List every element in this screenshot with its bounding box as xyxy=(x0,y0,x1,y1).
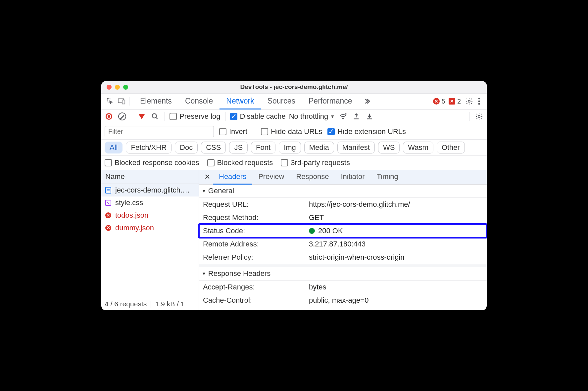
preserve-log-checkbox[interactable]: Preserve log xyxy=(170,112,220,121)
disclosure-triangle-icon: ▼ xyxy=(202,271,206,276)
main-split: Name jec-cors-demo.glitch.… style.css ✕ … xyxy=(101,170,487,310)
request-row[interactable]: style.css xyxy=(101,196,199,209)
titlebar: DevTools - jec-cors-demo.glitch.me/ xyxy=(101,81,487,94)
general-row: Request Method: GET xyxy=(199,211,487,224)
tab-elements[interactable]: Elements xyxy=(133,93,178,109)
svg-point-5 xyxy=(478,101,480,102)
hide-extension-urls-checkbox[interactable]: ✓Hide extension URLs xyxy=(327,127,406,136)
network-settings-icon[interactable] xyxy=(474,111,484,121)
network-conditions-icon[interactable] xyxy=(338,111,348,121)
issue-badge[interactable]: ✕ 2 xyxy=(449,98,461,105)
request-row[interactable]: ✕ dummy.json xyxy=(101,222,199,234)
network-toolbar: Preserve log ✓Disable cache No throttlin… xyxy=(101,109,487,124)
general-row: Remote Address: 3.217.87.180:443 xyxy=(199,238,487,251)
details-tab-initiator[interactable]: Initiator xyxy=(335,169,370,185)
name-column-header[interactable]: Name xyxy=(101,170,199,184)
error-icon: ✕ xyxy=(105,224,112,232)
status-bar: 4 / 6 requests | 1.9 kB / 1 xyxy=(101,298,199,310)
chip-media[interactable]: Media xyxy=(304,142,334,153)
chip-all[interactable]: All xyxy=(105,142,122,153)
chip-ws[interactable]: WS xyxy=(378,142,400,153)
general-row: Referrer Policy: strict-origin-when-cros… xyxy=(199,251,487,264)
svg-rect-2 xyxy=(122,100,125,104)
filter-input[interactable] xyxy=(105,126,214,137)
separator xyxy=(129,97,129,106)
request-list: jec-cors-demo.glitch.… style.css ✕ todos… xyxy=(101,184,199,298)
issue-icon: ✕ xyxy=(449,98,455,105)
search-icon[interactable] xyxy=(150,111,160,121)
request-name: todos.json xyxy=(115,211,148,220)
details-tab-headers[interactable]: Headers xyxy=(213,169,252,185)
svg-point-9 xyxy=(478,115,480,117)
chip-js[interactable]: JS xyxy=(229,142,248,153)
blocked-cookies-checkbox[interactable]: Blocked response cookies xyxy=(105,158,199,167)
devtools-window: DevTools - jec-cors-demo.glitch.me/ Elem… xyxy=(101,81,487,310)
chip-manifest[interactable]: Manifest xyxy=(337,142,375,153)
type-filter-chips: All Fetch/XHR Doc CSS JS Font Img Media … xyxy=(101,140,487,156)
details-tab-response[interactable]: Response xyxy=(290,169,335,185)
chip-css[interactable]: CSS xyxy=(201,142,226,153)
tab-console[interactable]: Console xyxy=(178,93,220,109)
chip-fetch-xhr[interactable]: Fetch/XHR xyxy=(126,142,172,153)
filter-row: Invert Hide data URLs ✓Hide extension UR… xyxy=(101,124,487,140)
chip-doc[interactable]: Doc xyxy=(175,142,198,153)
clear-icon[interactable] xyxy=(117,111,127,121)
request-name: jec-cors-demo.glitch.… xyxy=(115,186,190,195)
chip-other[interactable]: Other xyxy=(437,142,465,153)
window-title: DevTools - jec-cors-demo.glitch.me/ xyxy=(101,83,487,91)
details-tab-timing[interactable]: Timing xyxy=(371,169,404,185)
record-icon[interactable] xyxy=(104,111,114,121)
request-details-panel: ✕ Headers Preview Response Initiator Tim… xyxy=(199,170,487,310)
disclosure-triangle-icon: ▼ xyxy=(202,188,206,194)
response-header-row: Cache-Control: public, max-age=0 xyxy=(199,294,487,307)
status-code-row: Status Code: 200 OK xyxy=(199,224,487,238)
more-tabs-chevron-icon[interactable] xyxy=(361,95,373,107)
request-count-status: 4 / 6 requests xyxy=(105,300,147,308)
chip-img[interactable]: Img xyxy=(279,142,301,153)
svg-point-8 xyxy=(343,118,344,119)
caret-down-icon: ▼ xyxy=(330,114,335,119)
status-ok-icon xyxy=(309,228,315,234)
response-header-row: Accept-Ranges: bytes xyxy=(199,281,487,294)
details-tab-preview[interactable]: Preview xyxy=(252,169,290,185)
extra-filters-row: Blocked response cookies Blocked request… xyxy=(101,156,487,170)
third-party-checkbox[interactable]: 3rd-party requests xyxy=(281,158,350,167)
request-name: dummy.json xyxy=(115,224,154,232)
kebab-menu-icon[interactable] xyxy=(474,98,484,105)
settings-icon[interactable] xyxy=(464,97,474,105)
tab-sources[interactable]: Sources xyxy=(261,93,302,109)
invert-checkbox[interactable]: Invert xyxy=(219,127,247,136)
main-tabs-row: Elements Console Network Sources Perform… xyxy=(101,94,487,109)
svg-point-7 xyxy=(152,114,157,118)
issue-count: 2 xyxy=(457,98,461,105)
response-headers-section-header[interactable]: ▼ Response Headers xyxy=(199,267,487,281)
throttling-dropdown[interactable]: No throttling ▼ xyxy=(289,112,335,121)
blocked-requests-checkbox[interactable]: Blocked requests xyxy=(207,158,273,167)
tab-network[interactable]: Network xyxy=(220,93,261,109)
request-row[interactable]: ✕ todos.json xyxy=(101,209,199,222)
svg-point-4 xyxy=(478,98,480,100)
document-icon xyxy=(105,187,112,194)
svg-point-6 xyxy=(478,103,480,105)
general-row: Request URL: https://jec-cors-demo.glitc… xyxy=(199,198,487,211)
request-row[interactable]: jec-cors-demo.glitch.… xyxy=(101,184,199,196)
chip-wasm[interactable]: Wasm xyxy=(403,142,433,153)
request-name: style.css xyxy=(115,198,143,207)
chip-font[interactable]: Font xyxy=(251,142,275,153)
import-har-icon[interactable] xyxy=(351,111,361,121)
tab-performance[interactable]: Performance xyxy=(302,93,359,109)
transfer-size-status: 1.9 kB / 1 xyxy=(155,300,185,308)
hide-data-urls-checkbox[interactable]: Hide data URLs xyxy=(261,127,322,136)
error-icon: ✕ xyxy=(105,212,112,219)
error-icon: ✕ xyxy=(433,98,440,105)
close-details-icon[interactable]: ✕ xyxy=(202,173,213,181)
device-toolbar-icon[interactable] xyxy=(116,95,128,107)
details-tabs: ✕ Headers Preview Response Initiator Tim… xyxy=(199,170,487,185)
export-har-icon[interactable] xyxy=(365,111,374,121)
disable-cache-checkbox[interactable]: ✓Disable cache xyxy=(230,112,286,121)
stylesheet-icon xyxy=(105,199,112,206)
inspect-element-icon[interactable] xyxy=(104,95,116,107)
general-section-header[interactable]: ▼ General xyxy=(199,185,487,198)
filter-toggle-icon[interactable] xyxy=(137,111,147,121)
error-badge[interactable]: ✕ 5 xyxy=(433,98,445,105)
